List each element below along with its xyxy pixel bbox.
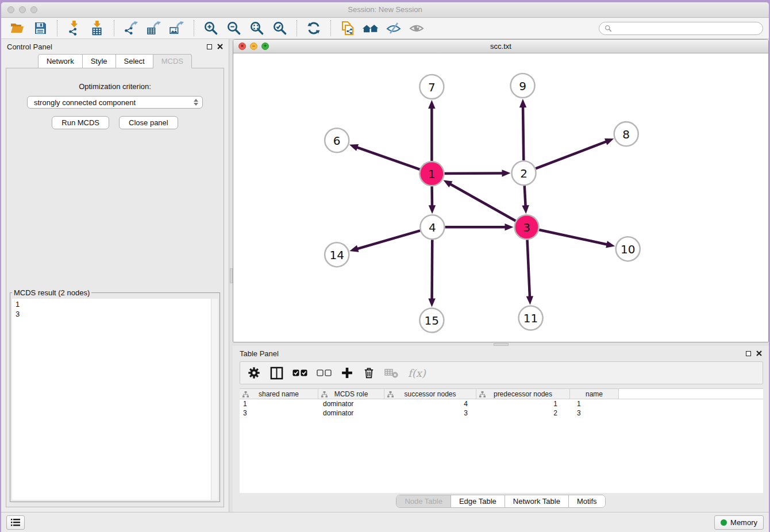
tab-mcds[interactable]: MCDS: [153, 54, 192, 68]
split-panel-icon[interactable]: [270, 367, 283, 380]
memory-button[interactable]: Memory: [714, 515, 764, 530]
close-panel-icon[interactable]: [756, 350, 762, 356]
edge-3-10[interactable]: [539, 230, 607, 245]
column-header-name[interactable]: name: [570, 388, 619, 399]
minimize-network-icon[interactable]: −: [250, 43, 257, 50]
memory-label: Memory: [730, 518, 757, 527]
select-all-columns-icon[interactable]: [292, 368, 307, 378]
delete-table-icon[interactable]: [384, 367, 399, 379]
import-network-icon[interactable]: [64, 20, 84, 37]
edge-4-14[interactable]: [357, 230, 420, 249]
search-box[interactable]: [599, 22, 763, 35]
optimization-criterion-label: Optimization criterion:: [6, 82, 224, 91]
tab-edge-table[interactable]: Edge Table: [451, 495, 505, 507]
edge-2-8[interactable]: [536, 141, 607, 168]
table-header-row: shared nameMCDS rolesuccessor nodesprede…: [240, 388, 763, 399]
tab-style[interactable]: Style: [83, 54, 116, 68]
edge-1-2[interactable]: [444, 173, 503, 174]
cell: dominator: [318, 409, 384, 417]
cell: 3: [384, 409, 476, 417]
node-label-3: 3: [523, 221, 530, 234]
edge-arrowhead: [526, 296, 533, 304]
mcds-result-text: 1 3: [12, 299, 211, 500]
table-panel-title: Table Panel: [240, 349, 279, 358]
open-file-icon[interactable]: [7, 20, 28, 37]
edge-3-1[interactable]: [450, 184, 516, 221]
zoom-network-icon[interactable]: +: [261, 43, 269, 50]
hide-selection-icon[interactable]: [383, 20, 404, 37]
tab-network-table[interactable]: Network Table: [505, 495, 568, 507]
edge-2-9[interactable]: [523, 106, 523, 160]
table-row[interactable]: 3dominator323: [240, 408, 763, 418]
edge-arrowhead: [502, 169, 510, 176]
edge-2-3[interactable]: [525, 186, 526, 206]
table-row[interactable]: 1dominator411: [240, 399, 763, 408]
export-network-icon[interactable]: [121, 20, 141, 37]
column-header-successor-nodes[interactable]: successor nodes: [384, 388, 476, 399]
edge-arrowhead: [349, 245, 359, 252]
new-network-from-selection-icon[interactable]: [337, 20, 358, 37]
result-scrollbar[interactable]: [211, 299, 218, 500]
edge-1-6[interactable]: [356, 147, 419, 169]
edge-4-15[interactable]: [432, 240, 433, 299]
import-table-icon[interactable]: [87, 20, 107, 37]
node-label-10: 10: [621, 242, 635, 256]
status-bar: Memory: [1, 512, 769, 532]
table-body: 1dominator4113dominator323: [240, 399, 763, 493]
float-panel-icon[interactable]: [207, 44, 212, 49]
float-panel-icon[interactable]: [746, 351, 751, 356]
mcds-result-area[interactable]: 1 3: [12, 299, 218, 500]
cell: dominator: [318, 400, 384, 408]
export-image-icon[interactable]: [167, 20, 187, 37]
select-stepper-icon: [194, 99, 198, 106]
zoom-out-icon[interactable]: [224, 20, 244, 37]
settings-gear-icon[interactable]: [247, 366, 261, 380]
node-label-14: 14: [329, 248, 344, 262]
refresh-icon[interactable]: [303, 20, 324, 37]
mcds-result-title: MCDS result (2 nodes): [12, 288, 91, 297]
tab-select[interactable]: Select: [116, 54, 153, 68]
network-window: × − + scc.txt 7968124314101511: [233, 39, 769, 342]
network-window-title: scc.txt: [233, 40, 768, 53]
optimization-select[interactable]: strongly connected component: [27, 96, 203, 109]
splitter-handle[interactable]: [230, 268, 233, 283]
first-neighbors-icon[interactable]: [360, 20, 381, 37]
tab-network[interactable]: Network: [38, 54, 83, 68]
column-header-shared-name[interactable]: shared name: [240, 388, 318, 399]
show-all-icon[interactable]: [406, 20, 427, 37]
export-table-icon[interactable]: [144, 20, 164, 37]
add-column-icon[interactable]: [341, 367, 353, 379]
edge-arrowhead: [505, 223, 514, 230]
edge-arrowhead: [522, 205, 529, 214]
close-network-icon[interactable]: ×: [238, 43, 246, 50]
main-toolbar: [1, 18, 769, 39]
network-canvas[interactable]: 7968124314101511: [233, 53, 768, 342]
control-panel-title: Control Panel: [7, 43, 52, 51]
minimize-window-icon[interactable]: [19, 6, 26, 13]
zoom-window-icon[interactable]: [30, 6, 37, 13]
splitter-handle[interactable]: [494, 343, 509, 346]
column-header-predecessor-nodes[interactable]: predecessor nodes: [476, 388, 570, 399]
unselect-all-columns-icon[interactable]: [317, 368, 332, 378]
fit-content-icon[interactable]: [247, 20, 267, 37]
cell: 1: [476, 400, 570, 408]
function-builder-icon[interactable]: f(x): [408, 367, 426, 379]
close-panel-button[interactable]: Close panel: [119, 116, 178, 129]
zoom-selected-icon[interactable]: [270, 20, 290, 37]
tab-node-table[interactable]: Node Table: [396, 495, 451, 507]
cell: 1: [240, 400, 318, 408]
task-history-button[interactable]: [6, 515, 25, 530]
save-session-icon[interactable]: [30, 20, 51, 37]
network-graph[interactable]: 7968124314101511: [233, 53, 768, 342]
table-panel: Table Panel: [233, 346, 769, 512]
close-panel-icon[interactable]: [217, 44, 223, 49]
run-mcds-button[interactable]: Run MCDS: [52, 116, 109, 129]
node-table: shared nameMCDS rolesuccessor nodesprede…: [240, 388, 763, 493]
column-header-MCDS-role[interactable]: MCDS role: [318, 388, 384, 399]
tab-motifs[interactable]: Motifs: [568, 495, 605, 507]
edge-3-11[interactable]: [528, 240, 530, 297]
search-input[interactable]: [615, 24, 757, 33]
close-window-icon[interactable]: [7, 6, 14, 13]
zoom-in-icon[interactable]: [201, 20, 221, 37]
delete-columns-trash-icon[interactable]: [363, 366, 375, 380]
